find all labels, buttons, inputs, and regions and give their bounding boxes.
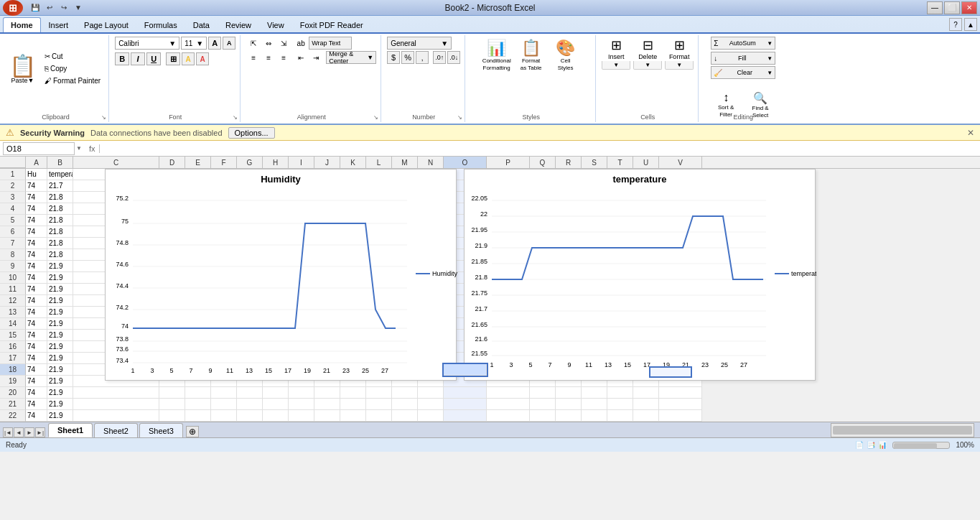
row-num-12[interactable]: 12 [0, 295, 26, 307]
cell-K22[interactable] [340, 410, 366, 422]
delete-arrow-btn[interactable]: ▼ [633, 61, 662, 70]
row-num-9[interactable]: 9 [0, 261, 26, 272]
cell-B14[interactable]: 21.9 [47, 318, 73, 330]
cell-I21[interactable] [289, 399, 314, 410]
number-format-selector[interactable]: General ▼ [387, 37, 452, 50]
insert-btn[interactable]: ⊞ Insert [602, 37, 630, 61]
view-layout-btn[interactable]: 📑 [867, 441, 875, 449]
col-header-N[interactable]: N [418, 157, 444, 168]
view-pagebreak-btn[interactable]: 📊 [878, 441, 887, 449]
cell-B1[interactable]: temperature [47, 169, 73, 180]
row-num-8[interactable]: 8 [0, 249, 26, 261]
font-color-btn[interactable]: A [196, 52, 209, 65]
col-header-Q[interactable]: Q [530, 157, 556, 168]
col-header-K[interactable]: K [340, 157, 366, 168]
cell-I20[interactable] [289, 387, 314, 399]
cell-U21[interactable] [633, 399, 659, 410]
clear-btn[interactable]: 🧹 Clear ▼ [711, 66, 775, 79]
text-direction-btn[interactable]: ab [294, 37, 308, 50]
row-num-6[interactable]: 6 [0, 226, 26, 238]
cell-S22[interactable] [582, 410, 607, 422]
font-size-selector[interactable]: 11 ▼ [181, 37, 207, 50]
cell-A18[interactable]: 74 [26, 364, 47, 376]
cell-B21[interactable]: 21.9 [47, 399, 73, 410]
add-sheet-btn[interactable]: ⊕ [186, 426, 199, 437]
percent-btn[interactable]: % [401, 51, 414, 64]
cell-K21[interactable] [340, 399, 366, 410]
cell-O22[interactable] [444, 410, 487, 422]
ribbon-help-btn[interactable]: ? [949, 18, 962, 31]
cell-K20[interactable] [340, 387, 366, 399]
cell-L21[interactable] [366, 399, 392, 410]
cell-B19[interactable]: 21.9 [47, 376, 73, 387]
cell-C22[interactable] [73, 410, 159, 422]
italic-btn[interactable]: I [131, 52, 145, 65]
cell-Q21[interactable] [530, 399, 556, 410]
row-num-2[interactable]: 2 [0, 180, 26, 192]
cell-A16[interactable]: 74 [26, 341, 47, 353]
align-center-btn[interactable]: ≡ [261, 51, 276, 64]
cell-A15[interactable]: 74 [26, 330, 47, 341]
cell-A22[interactable]: 74 [26, 410, 47, 422]
cell-U22[interactable] [633, 410, 659, 422]
col-header-I[interactable]: I [289, 157, 314, 168]
cell-V22[interactable] [659, 410, 702, 422]
cell-R21[interactable] [556, 399, 582, 410]
decrease-decimal-btn[interactable]: .0↓ [447, 51, 460, 64]
col-header-S[interactable]: S [582, 157, 607, 168]
redo-btn[interactable]: ↪ [57, 1, 70, 14]
row-num-19[interactable]: 19 [0, 376, 26, 387]
office-button[interactable]: ⊞ [3, 0, 23, 16]
cell-J20[interactable] [314, 387, 340, 399]
cell-P21[interactable] [487, 399, 530, 410]
increase-font-btn[interactable]: A [208, 37, 221, 50]
temperature-chart[interactable]: temperature 22.05 22 21.95 21.9 21.85 21… [464, 169, 816, 381]
humidity-chart[interactable]: Humidity 75.2 75 74.8 74.6 74.4 74.2 74 … [105, 169, 457, 381]
name-box-arrow[interactable]: ▼ [76, 145, 82, 152]
sheet-last-btn[interactable]: ►| [35, 427, 45, 437]
col-header-D[interactable]: D [159, 157, 185, 168]
cell-Q20[interactable] [530, 387, 556, 399]
cell-A5[interactable]: 74 [26, 215, 47, 226]
cell-E22[interactable] [185, 410, 211, 422]
conditional-formatting-btn[interactable]: 📊 ConditionalFormatting [481, 37, 513, 73]
col-header-R[interactable]: R [556, 157, 582, 168]
cell-A2[interactable]: 74 [26, 180, 47, 192]
cell-C20[interactable] [73, 387, 159, 399]
col-header-H[interactable]: H [263, 157, 289, 168]
col-header-C[interactable]: C [73, 157, 159, 168]
cell-N20[interactable] [418, 387, 444, 399]
cell-B8[interactable]: 21.8 [47, 249, 73, 261]
increase-indent-btn[interactable]: ⇥ [309, 51, 323, 64]
insert-arrow-btn[interactable]: ▼ [602, 61, 630, 70]
col-header-U[interactable]: U [633, 157, 659, 168]
cell-B15[interactable]: 21.9 [47, 330, 73, 341]
alignment-expand-btn[interactable]: ↘ [372, 113, 379, 121]
col-header-J[interactable]: J [314, 157, 340, 168]
row-num-21[interactable]: 21 [0, 399, 26, 410]
cell-O21[interactable] [444, 399, 487, 410]
cell-N22[interactable] [418, 410, 444, 422]
cell-A20[interactable]: 74 [26, 387, 47, 399]
cell-H20[interactable] [263, 387, 289, 399]
cell-H21[interactable] [263, 399, 289, 410]
customize-btn[interactable]: ▼ [72, 1, 85, 14]
cell-J22[interactable] [314, 410, 340, 422]
cell-U20[interactable] [633, 387, 659, 399]
cell-Q22[interactable] [530, 410, 556, 422]
delete-btn[interactable]: ⊟ Delete [633, 37, 662, 61]
bold-btn[interactable]: B [115, 52, 129, 65]
cell-G22[interactable] [237, 410, 263, 422]
sheet-next-btn[interactable]: ► [24, 427, 34, 437]
cell-B6[interactable]: 21.8 [47, 226, 73, 238]
currency-btn[interactable]: $ [387, 51, 400, 64]
tab-view[interactable]: View [259, 17, 292, 32]
fill-btn[interactable]: ↓ Fill ▼ [711, 52, 775, 65]
cell-R20[interactable] [556, 387, 582, 399]
number-expand-btn[interactable]: ↘ [456, 113, 463, 121]
cell-A17[interactable]: 74 [26, 353, 47, 364]
col-header-P[interactable]: P [487, 157, 530, 168]
security-close-btn[interactable]: ✕ [967, 128, 974, 138]
cell-B7[interactable]: 21.8 [47, 238, 73, 249]
tab-formulas[interactable]: Formulas [136, 17, 185, 32]
